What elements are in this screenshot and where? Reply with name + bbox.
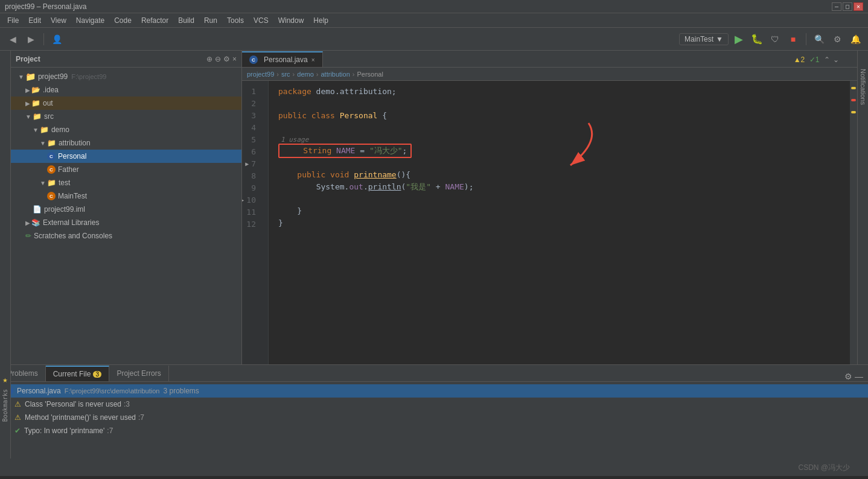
menu-file[interactable]: File bbox=[2, 15, 24, 26]
bookmark-star-icon[interactable]: ★ bbox=[2, 375, 7, 384]
run-configuration[interactable]: MainTest ▼ bbox=[679, 33, 729, 45]
bc-src[interactable]: src bbox=[281, 71, 290, 78]
stop-button[interactable]: ■ bbox=[785, 31, 801, 47]
menu-run[interactable]: Run bbox=[199, 15, 222, 26]
panel-close-icon[interactable]: × bbox=[232, 55, 237, 63]
settings-button[interactable]: ⚙ bbox=[829, 31, 845, 47]
tree-item-out[interactable]: ▶ 📁 out bbox=[11, 97, 241, 110]
tree-item-demo[interactable]: ▼ 📁 demo bbox=[11, 123, 241, 136]
debug-button[interactable]: 🐛 bbox=[749, 31, 765, 47]
code-line-8: System. out . println ( "我是" + NAME ); bbox=[278, 181, 840, 193]
menu-code[interactable]: Code bbox=[109, 15, 136, 26]
tree-item-src[interactable]: ▼ 📁 src bbox=[11, 110, 241, 123]
tree-item-personal[interactable]: C Personal bbox=[11, 150, 241, 163]
menu-navigate[interactable]: Navigate bbox=[71, 15, 109, 26]
arrow-icon: ▼ bbox=[40, 140, 46, 147]
tree-label-scratches: Scratches and Consoles bbox=[34, 232, 112, 240]
bc-personal[interactable]: Personal bbox=[357, 71, 383, 78]
problem-row-3[interactable]: ✔ Typo: In word 'printname' :7 bbox=[0, 424, 868, 437]
gutter-mark-error bbox=[851, 99, 856, 101]
string-value: "冯大少" bbox=[369, 145, 403, 157]
menu-tools[interactable]: Tools bbox=[222, 15, 249, 26]
tree-label-src: src bbox=[44, 112, 54, 121]
user-button[interactable]: 👤 bbox=[49, 31, 65, 47]
maximize-button[interactable]: □ bbox=[843, 2, 852, 11]
back-button[interactable]: ◀ bbox=[5, 31, 21, 47]
search-button[interactable]: 🔍 bbox=[811, 31, 827, 47]
run-button[interactable]: ▶ bbox=[731, 31, 747, 47]
problem-file-header[interactable]: C Personal.java F:\project99\src\demo\at… bbox=[0, 384, 868, 398]
collapse-all-icon[interactable]: ⊖ bbox=[215, 55, 221, 63]
iml-icon: 📄 bbox=[33, 205, 42, 214]
tree-item-maintest[interactable]: C MainTest bbox=[11, 189, 241, 203]
menu-build[interactable]: Build bbox=[173, 15, 199, 26]
problem-file-name: Personal.java bbox=[17, 387, 61, 395]
bottom-tabs-bar: Problems Current File 3 Project Errors ⚙… bbox=[0, 365, 868, 382]
coverage-button[interactable]: 🛡 bbox=[767, 31, 783, 47]
project-icon: 📁 bbox=[25, 72, 36, 81]
tree-label-attribution: attribution bbox=[59, 139, 91, 147]
code-line-11: } bbox=[278, 217, 840, 229]
project-panel-header: Project ⊕ ⊖ ⚙ × bbox=[11, 51, 241, 68]
arrow-icon: ▶ bbox=[25, 100, 30, 107]
code-editor[interactable]: 1 2 3 4 5 6 ▶7 8 9 ▶10 11 12 package dem… bbox=[242, 81, 857, 364]
forward-button[interactable]: ▶ bbox=[23, 31, 39, 47]
tree-item-scratches[interactable]: ✏ Scratches and Consoles bbox=[11, 229, 241, 243]
editor-tab-personal[interactable]: C Personal.java × bbox=[242, 51, 323, 67]
problem-loc-1: :3 bbox=[124, 400, 130, 408]
minimize-button[interactable]: — bbox=[832, 2, 841, 11]
highlighted-code-5: String NAME = "冯大少" ; bbox=[278, 144, 412, 158]
menu-view[interactable]: View bbox=[46, 15, 71, 26]
menu-help[interactable]: Help bbox=[308, 15, 333, 26]
problem-loc-2: :7 bbox=[138, 413, 144, 422]
panel-settings-icon[interactable]: ⚙ bbox=[223, 55, 230, 63]
menu-edit[interactable]: Edit bbox=[24, 15, 46, 26]
arrow-icon: ▼ bbox=[25, 113, 31, 120]
notifications-panel: Notifications bbox=[857, 51, 868, 364]
menu-vcs[interactable]: VCS bbox=[249, 15, 273, 26]
bottom-settings-button[interactable]: ⚙ bbox=[844, 372, 852, 381]
tree-item-test[interactable]: ▼ 📁 test bbox=[11, 176, 241, 189]
notifications-label[interactable]: Notifications bbox=[860, 69, 867, 105]
problem-row-2[interactable]: ⚠ Method 'printname()' is never used :7 bbox=[0, 411, 868, 424]
tree-item-idea[interactable]: ▶ 📂 .idea bbox=[11, 83, 241, 97]
tab-current-file[interactable]: Current File 3 bbox=[46, 366, 110, 381]
bookmarks-label[interactable]: Bookmarks bbox=[2, 389, 8, 422]
code-line-4 bbox=[278, 122, 840, 134]
close-button[interactable]: ✕ bbox=[854, 2, 863, 11]
toolbar-separator-2 bbox=[806, 33, 806, 45]
menu-refactor[interactable]: Refactor bbox=[136, 15, 173, 26]
bottom-close-button[interactable]: — bbox=[855, 372, 863, 381]
tree-item-project99[interactable]: ▼ 📁 project99 F:\project99 bbox=[11, 70, 241, 83]
warning-count: ▲2 bbox=[794, 56, 805, 64]
tree-label-father: Father bbox=[58, 165, 79, 174]
tree-item-ext-libs[interactable]: ▶ 📚 External Libraries bbox=[11, 216, 241, 229]
tree-label-ext-libs: External Libraries bbox=[43, 218, 99, 227]
tree-label-idea: .idea bbox=[43, 86, 59, 94]
breadcrumb: project99 › src › demo › attribution › P… bbox=[242, 68, 857, 81]
collapse-errors-icon[interactable]: ⌄ bbox=[833, 56, 839, 64]
tab-close-icon[interactable]: × bbox=[311, 57, 315, 63]
tab-project-errors[interactable]: Project Errors bbox=[109, 366, 168, 381]
code-content[interactable]: package demo.attribution; public class P… bbox=[269, 81, 850, 364]
problem-row-1[interactable]: ⚠ Class 'Personal' is never used :3 bbox=[0, 398, 868, 411]
notifications-button[interactable]: 🔔 bbox=[847, 31, 863, 47]
tree-item-iml[interactable]: 📄 project99.iml bbox=[11, 203, 241, 216]
menu-window[interactable]: Window bbox=[273, 15, 309, 26]
folder-icon: 📁 bbox=[31, 99, 40, 107]
warning-icon-2: ⚠ bbox=[14, 413, 21, 422]
tree-item-attribution[interactable]: ▼ 📁 attribution bbox=[11, 136, 241, 150]
expand-all-icon[interactable]: ⊕ bbox=[206, 55, 212, 63]
method-printname: printname bbox=[354, 169, 396, 181]
folder-icon: 📂 bbox=[31, 86, 40, 94]
expand-errors-icon[interactable]: ⌃ bbox=[824, 56, 830, 64]
bookmarks-panel: ★ Bookmarks bbox=[0, 338, 11, 458]
bc-demo[interactable]: demo bbox=[297, 71, 314, 78]
project-panel-actions: ⊕ ⊖ ⚙ × bbox=[206, 55, 237, 63]
tree-item-father[interactable]: C Father bbox=[11, 163, 241, 176]
arrow-icon: ▼ bbox=[18, 74, 24, 80]
folder-icon: 📁 bbox=[33, 112, 42, 121]
bc-attribution[interactable]: attribution bbox=[321, 71, 349, 78]
bc-project99[interactable]: project99 bbox=[247, 71, 274, 78]
editor-tabs-bar: C Personal.java × bbox=[242, 51, 857, 68]
